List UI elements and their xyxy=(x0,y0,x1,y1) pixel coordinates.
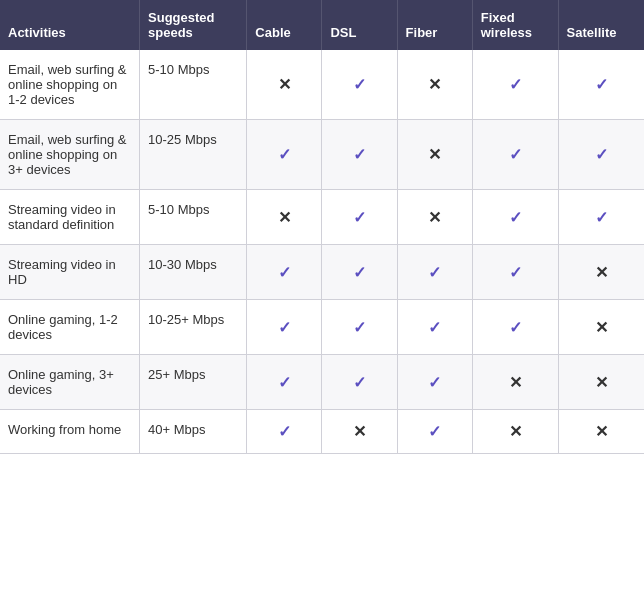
activity-cell: Streaming video in standard definition xyxy=(0,190,140,245)
satellite-cell: ✓ xyxy=(558,50,644,120)
table-row: Email, web surfing & online shopping on … xyxy=(0,120,644,190)
table-row: Streaming video in HD10-30 Mbps✓✓✓✓✕ xyxy=(0,245,644,300)
dsl-cell: ✓ xyxy=(322,355,397,410)
satellite-cell: ✕ xyxy=(558,300,644,355)
dsl-cell: ✓ xyxy=(322,245,397,300)
fixed-cell: ✓ xyxy=(472,190,558,245)
cable-cell: ✓ xyxy=(247,245,322,300)
table-row: Email, web surfing & online shopping on … xyxy=(0,50,644,120)
fixed-cell: ✓ xyxy=(472,50,558,120)
cable-cell: ✕ xyxy=(247,190,322,245)
fixed-cell: ✕ xyxy=(472,410,558,454)
dsl-cell: ✓ xyxy=(322,120,397,190)
table-row: Working from home40+ Mbps✓✕✓✕✕ xyxy=(0,410,644,454)
column-header-dsl: DSL xyxy=(322,0,397,50)
speed-cell: 10-25+ Mbps xyxy=(140,300,247,355)
table-row: Online gaming, 3+ devices25+ Mbps✓✓✓✕✕ xyxy=(0,355,644,410)
satellite-cell: ✓ xyxy=(558,120,644,190)
comparison-table: ActivitiesSuggested speedsCableDSLFiberF… xyxy=(0,0,644,454)
fixed-cell: ✓ xyxy=(472,120,558,190)
fiber-cell: ✕ xyxy=(397,120,472,190)
fiber-cell: ✓ xyxy=(397,300,472,355)
activity-cell: Streaming video in HD xyxy=(0,245,140,300)
cable-cell: ✓ xyxy=(247,355,322,410)
table-row: Online gaming, 1-2 devices10-25+ Mbps✓✓✓… xyxy=(0,300,644,355)
fixed-cell: ✓ xyxy=(472,245,558,300)
dsl-cell: ✓ xyxy=(322,300,397,355)
speed-cell: 25+ Mbps xyxy=(140,355,247,410)
column-header-fiber: Fiber xyxy=(397,0,472,50)
speed-cell: 10-25 Mbps xyxy=(140,120,247,190)
fixed-cell: ✓ xyxy=(472,300,558,355)
activity-cell: Email, web surfing & online shopping on … xyxy=(0,120,140,190)
cable-cell: ✓ xyxy=(247,300,322,355)
activity-cell: Email, web surfing & online shopping on … xyxy=(0,50,140,120)
cable-cell: ✕ xyxy=(247,50,322,120)
cable-cell: ✓ xyxy=(247,120,322,190)
dsl-cell: ✓ xyxy=(322,50,397,120)
activity-cell: Online gaming, 1-2 devices xyxy=(0,300,140,355)
table-row: Streaming video in standard definition5-… xyxy=(0,190,644,245)
activity-cell: Working from home xyxy=(0,410,140,454)
cable-cell: ✓ xyxy=(247,410,322,454)
satellite-cell: ✕ xyxy=(558,245,644,300)
column-header-satellite: Satellite xyxy=(558,0,644,50)
column-header-fixed-wireless: Fixed wireless xyxy=(472,0,558,50)
column-header-cable: Cable xyxy=(247,0,322,50)
dsl-cell: ✕ xyxy=(322,410,397,454)
speed-cell: 10-30 Mbps xyxy=(140,245,247,300)
column-header-suggested-speeds: Suggested speeds xyxy=(140,0,247,50)
speed-cell: 5-10 Mbps xyxy=(140,50,247,120)
fixed-cell: ✕ xyxy=(472,355,558,410)
speed-cell: 40+ Mbps xyxy=(140,410,247,454)
satellite-cell: ✕ xyxy=(558,355,644,410)
fiber-cell: ✓ xyxy=(397,355,472,410)
fiber-cell: ✓ xyxy=(397,410,472,454)
activity-cell: Online gaming, 3+ devices xyxy=(0,355,140,410)
fiber-cell: ✕ xyxy=(397,50,472,120)
speed-cell: 5-10 Mbps xyxy=(140,190,247,245)
column-header-activities: Activities xyxy=(0,0,140,50)
dsl-cell: ✓ xyxy=(322,190,397,245)
fiber-cell: ✕ xyxy=(397,190,472,245)
satellite-cell: ✕ xyxy=(558,410,644,454)
satellite-cell: ✓ xyxy=(558,190,644,245)
fiber-cell: ✓ xyxy=(397,245,472,300)
